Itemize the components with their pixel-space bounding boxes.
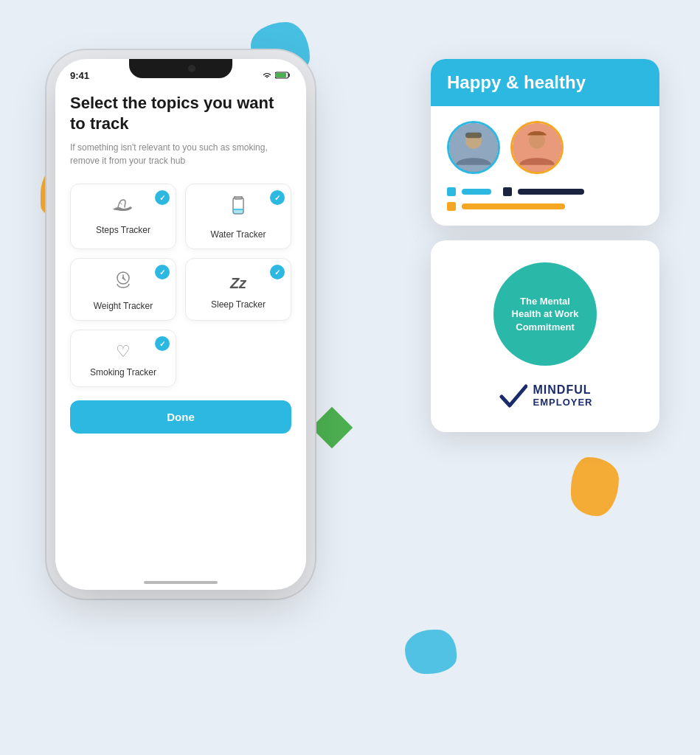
water-label: Water Tracker <box>211 229 266 240</box>
heart-icon: ♡ <box>116 342 131 361</box>
blob-orange-right <box>571 457 619 516</box>
phone-subtitle: If something isn't relevant to you such … <box>70 141 291 167</box>
sleep-check: ✓ <box>270 265 285 279</box>
weight-check: ✓ <box>155 265 170 279</box>
avatar-female <box>510 121 564 174</box>
smoking-tracker-card[interactable]: ✓ ♡ Smoking Tracker <box>70 330 176 387</box>
female-avatar-placeholder <box>513 123 561 172</box>
bar-fill-1 <box>462 189 491 195</box>
svg-point-9 <box>122 277 125 279</box>
bar-fill-3 <box>462 203 565 209</box>
steps-tracker-card[interactable]: ✓ Steps Tracker <box>70 184 176 249</box>
water-tracker-card[interactable]: ✓ Water Tracker <box>185 184 291 249</box>
phone-notch <box>129 59 232 78</box>
sleep-label: Sleep Tracker <box>211 299 266 310</box>
bar-row-2 <box>447 202 643 211</box>
steps-label: Steps Tracker <box>96 225 150 235</box>
bar-dot-blue <box>447 187 456 196</box>
status-time: 9:41 <box>70 70 89 81</box>
avatar-male <box>447 121 500 174</box>
blob-teal-bottom <box>405 630 457 674</box>
smoking-check: ✓ <box>155 336 170 351</box>
bottom-row: ✓ ♡ Smoking Tracker <box>70 330 291 387</box>
done-button[interactable]: Done <box>70 400 291 434</box>
smoking-label: Smoking Tracker <box>90 367 156 378</box>
svg-rect-1 <box>276 73 286 77</box>
happy-healthy-body <box>431 106 659 226</box>
scene: 9:41 Select the topics you want to track… <box>0 0 700 755</box>
phone-mockup: 9:41 Select the topics you want to track… <box>55 59 306 590</box>
water-check: ✓ <box>270 190 285 205</box>
happy-healthy-title: Happy & healthy <box>447 72 586 92</box>
cards-column: Happy & healthy <box>431 59 659 432</box>
male-avatar-placeholder <box>449 123 498 172</box>
weight-icon <box>111 271 135 295</box>
wifi-icon <box>262 72 272 79</box>
status-icons <box>262 72 291 79</box>
happy-healthy-card: Happy & healthy <box>431 59 659 226</box>
water-icon <box>230 196 246 223</box>
weight-label: Weight Tracker <box>94 301 153 311</box>
home-indicator <box>144 581 218 584</box>
trackers-grid: ✓ Steps Tracker ✓ <box>70 184 291 321</box>
happy-healthy-header: Happy & healthy <box>431 59 659 106</box>
phone-camera <box>188 65 195 72</box>
mindful-title: MINDFUL <box>533 383 593 397</box>
weight-tracker-card[interactable]: ✓ Weight Tracker <box>70 258 176 321</box>
svg-rect-12 <box>465 133 482 138</box>
bar-dot-orange <box>447 202 456 211</box>
shoe-icon <box>111 196 135 219</box>
mindful-check-icon <box>498 380 527 410</box>
mental-health-badge: The Mental Health at Work Commitment <box>493 262 597 366</box>
phone-content: Select the topics you want to track If s… <box>55 86 306 448</box>
phone-title: Select the topics you want to track <box>70 93 291 133</box>
mindful-sub: EMPLOYER <box>533 397 593 408</box>
sleep-icon <box>230 271 246 293</box>
avatars-row <box>447 121 643 174</box>
diamond-decoration <box>311 407 353 449</box>
svg-rect-5 <box>233 209 243 214</box>
bar-fill-2 <box>518 189 584 195</box>
sleep-tracker-card[interactable]: ✓ Sleep Tracker <box>185 258 291 321</box>
mental-health-card: The Mental Health at Work Commitment MIN… <box>431 240 659 432</box>
bar-dot-navy <box>503 187 512 196</box>
mindful-text: MINDFUL EMPLOYER <box>533 383 593 408</box>
mindful-employer: MINDFUL EMPLOYER <box>498 380 593 410</box>
bar-row-1 <box>447 187 643 196</box>
steps-check: ✓ <box>155 190 170 205</box>
bars-section <box>447 187 643 211</box>
battery-icon <box>275 72 291 79</box>
